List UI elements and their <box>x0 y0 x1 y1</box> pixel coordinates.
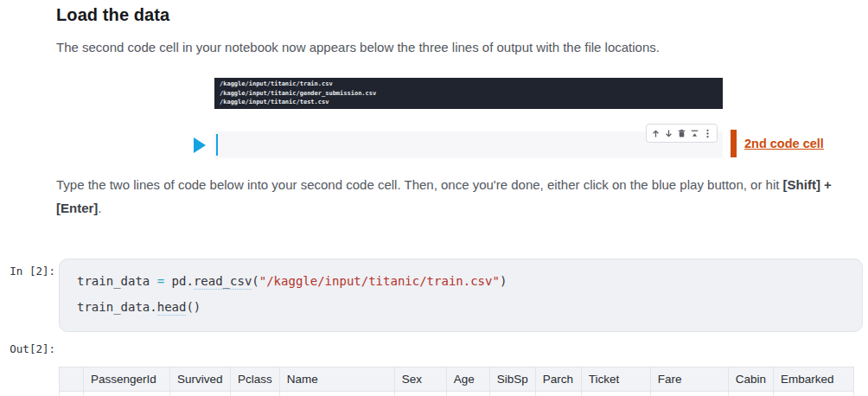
page-title: Load the data <box>56 5 169 25</box>
move-down-icon[interactable] <box>662 126 675 140</box>
table-cell <box>535 392 581 396</box>
code-token: () <box>186 300 201 314</box>
table-header-cell: Ticket <box>581 367 650 392</box>
table-header-cell: Survived <box>170 367 231 392</box>
table-header-cell <box>60 367 84 392</box>
terminal-line: /kaggle/input/titanic/gender_submission.… <box>220 89 718 99</box>
table-cell <box>279 392 394 396</box>
terminal-line: /kaggle/input/titanic/test.csv <box>220 98 718 107</box>
code-cell-input[interactable]: train_data = pd.read_csv("/kaggle/input/… <box>59 259 863 332</box>
table-header-cell: Parch <box>535 367 581 392</box>
console-output-screenshot: /kaggle/input/titanic/train.csv/kaggle/i… <box>214 78 723 109</box>
intro-paragraph: The second code cell in your notebook no… <box>56 40 852 54</box>
table-cell <box>60 392 84 396</box>
table-header-cell: SibSp <box>489 367 535 392</box>
code-token: "/kaggle/input/titanic/train.csv" <box>259 274 500 288</box>
run-cell-play-button[interactable] <box>194 137 206 153</box>
collapse-icon[interactable] <box>688 126 701 140</box>
table-header-cell: Pclass <box>231 367 280 392</box>
table-cell <box>581 392 650 396</box>
code-token: train_data <box>77 274 157 288</box>
input-prompt-label: In [2]: <box>0 265 55 278</box>
code-token: = <box>157 274 164 288</box>
table-cell <box>446 392 489 396</box>
delete-icon[interactable] <box>675 126 688 140</box>
table-cell <box>394 392 446 396</box>
table-cell <box>231 392 280 396</box>
cell-toolbar <box>646 124 718 143</box>
table-cell <box>774 392 854 396</box>
code-token: pd. <box>164 274 194 288</box>
code-token: train_data. <box>77 300 157 314</box>
code-line: train_data.head() <box>77 294 845 320</box>
terminal-line: /kaggle/input/titanic/train.csv <box>220 80 718 89</box>
more-options-icon[interactable] <box>701 126 714 140</box>
table-cell <box>84 392 170 396</box>
instruction-paragraph: Type the two lines of code below into yo… <box>56 173 862 220</box>
output-prompt-label: Out[2]: <box>0 342 55 355</box>
table-cell <box>650 392 728 396</box>
table-header-cell: Age <box>446 367 489 392</box>
move-up-icon[interactable] <box>649 126 662 140</box>
text-cursor <box>216 134 218 156</box>
instruction-part1: Type the two lines of code below into yo… <box>56 177 783 192</box>
code-line: train_data = pd.read_csv("/kaggle/input/… <box>77 268 845 294</box>
code-token: ) <box>500 274 507 288</box>
table-header-cell: Fare <box>650 367 728 392</box>
code-token: ( <box>252 274 258 288</box>
table-header-cell: Sex <box>394 367 446 392</box>
annotation-link[interactable]: 2nd code cell <box>744 137 824 150</box>
annotation-marker-bar <box>731 130 737 157</box>
code-token: head <box>157 300 187 316</box>
table-cell <box>489 392 535 396</box>
table-header-cell: PassengerId <box>84 367 170 392</box>
dataframe-output-table: PassengerIdSurvivedPclassNameSexAgeSibSp… <box>59 367 854 396</box>
table-header-cell: Cabin <box>728 367 773 392</box>
code-token: read_csv <box>194 274 252 290</box>
table-cell <box>728 392 773 396</box>
table-header-cell: Name <box>279 367 394 392</box>
table-cell <box>170 392 231 396</box>
table-header-cell: Embarked <box>774 367 854 392</box>
table-row <box>60 392 854 396</box>
instruction-suffix: . <box>98 201 101 215</box>
table-header-row: PassengerIdSurvivedPclassNameSexAgeSibSp… <box>60 367 854 392</box>
